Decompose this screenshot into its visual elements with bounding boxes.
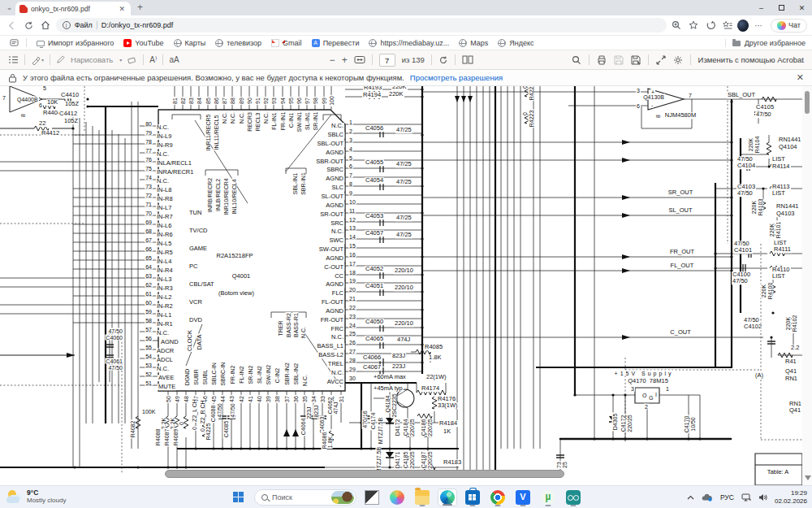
- schematic-label: 80: [145, 121, 153, 127]
- taskbar-search-box[interactable]: Поиск: [254, 489, 356, 506]
- hidden-icons-chevron[interactable]: [687, 495, 694, 500]
- schematic-label: G: [648, 395, 654, 401]
- save-as-icon[interactable]: [631, 55, 641, 65]
- schematic-label: TREL: [327, 361, 344, 367]
- file-explorer-button[interactable]: [412, 488, 432, 506]
- schematic-label: IN-L7: [156, 205, 172, 211]
- page-info-icon[interactable]: i: [63, 21, 71, 29]
- bookmark-item[interactable]: AПеревести: [307, 39, 365, 47]
- tab-search-chevron-icon[interactable]: ⌄: [3, 2, 15, 14]
- bookmark-item[interactable]: телевизор: [210, 39, 266, 47]
- schematic-label: N.C.: [302, 374, 308, 387]
- volume-icon[interactable]: [758, 493, 767, 501]
- schematic-label: R4184: [438, 420, 458, 427]
- bookmark-item[interactable]: Яндекс: [493, 39, 538, 47]
- schematic-label: ADCR: [156, 348, 175, 354]
- copilot-chat-button[interactable]: Чат: [771, 19, 807, 33]
- store-button[interactable]: [463, 488, 482, 506]
- bookmark-item[interactable]: Gmail: [266, 39, 307, 47]
- horizontal-scrollbar-thumb[interactable]: [165, 470, 564, 478]
- bookmark-label: Карты: [185, 39, 206, 47]
- collections-icon[interactable]: [703, 18, 717, 33]
- eraser-icon[interactable]: [127, 56, 137, 64]
- utorrent-button[interactable]: µ: [538, 488, 558, 506]
- page-view-icon[interactable]: [462, 55, 473, 64]
- tab-close-icon[interactable]: ✕: [117, 5, 127, 13]
- other-favorites[interactable]: Другое избранное: [725, 39, 806, 47]
- zoom-out-icon[interactable]: −: [330, 54, 335, 66]
- schematic-label: INLA/RECL1: [156, 160, 192, 167]
- schematic-label: 1: [348, 119, 353, 125]
- bookmarks-bar: Импорт избранногоYouTubeКартытелевизорGm…: [0, 36, 812, 50]
- schematic-label: FL-IN2: [239, 365, 244, 384]
- new-tab-button[interactable]: +: [137, 2, 143, 13]
- search-document-icon[interactable]: [572, 55, 581, 65]
- bookmark-item[interactable]: https://mediabay.uz...: [364, 39, 454, 47]
- network-icon[interactable]: [741, 493, 751, 501]
- schematic-label: LIST: [771, 156, 786, 163]
- onedrive-cloud-icon[interactable]: [702, 493, 713, 501]
- draw-caret-icon[interactable]: ▾: [119, 57, 122, 63]
- schematic-label: C4105: [755, 104, 775, 111]
- notice-close-icon[interactable]: ✕: [797, 72, 804, 83]
- bookmark-label: телевизор: [227, 39, 261, 47]
- permissions-notice-bar: У этого файла есть ограниченные разрешен…: [0, 70, 812, 86]
- profile-avatar[interactable]: [737, 20, 749, 32]
- print-icon[interactable]: [597, 55, 607, 65]
- task-view-button[interactable]: [362, 488, 382, 506]
- translate-pdf-icon[interactable]: aA: [169, 55, 179, 64]
- schematic-label: R4111: [773, 246, 792, 253]
- settings-gear-icon[interactable]: [673, 55, 683, 65]
- toc-icon[interactable]: [8, 55, 19, 64]
- v-app-button[interactable]: V: [513, 488, 533, 506]
- bookmark-item[interactable]: Maps: [454, 39, 493, 47]
- language-indicator[interactable]: РУС: [720, 493, 734, 501]
- taskbar-clock[interactable]: 19:29 02.02.2026: [775, 489, 807, 506]
- close-button[interactable]: ✕: [792, 0, 812, 15]
- rotate-icon[interactable]: [438, 55, 448, 65]
- browser-tab[interactable]: onkyo_tx-nr609.pdf ✕: [15, 2, 131, 15]
- edge-button[interactable]: [438, 488, 457, 506]
- schematic-label: C4085: [223, 420, 229, 439]
- view-permissions-link[interactable]: Просмотреть разрешения: [410, 73, 503, 82]
- back-icon[interactable]: [5, 18, 19, 33]
- schematic-label: 47/25: [395, 127, 412, 133]
- zoom-in-icon[interactable]: +: [342, 54, 348, 66]
- weather-temp: 9°C: [27, 488, 66, 497]
- scroll-down-arrow[interactable]: [805, 475, 811, 480]
- copilot-button[interactable]: [387, 488, 407, 506]
- favorites-bar-icon[interactable]: [720, 18, 734, 33]
- edit-with-acrobat-button[interactable]: Изменить с помощью Acrobat: [698, 55, 804, 64]
- vertical-scrollbar[interactable]: [802, 86, 812, 485]
- weather-widget[interactable]: 9°C Mostly cloudy: [6, 488, 66, 504]
- fit-width-icon[interactable]: [354, 55, 365, 64]
- schematic-label: IN-L1: [156, 312, 172, 319]
- read-aloud-icon[interactable]: A⁾: [149, 55, 157, 64]
- zoom-search-icon[interactable]: [670, 18, 684, 33]
- start-button[interactable]: [229, 488, 248, 506]
- menu-dots-icon[interactable]: ⋯: [752, 18, 766, 33]
- bookmark-item[interactable]: Карты: [169, 39, 211, 47]
- schematic-label: 82: [180, 97, 186, 105]
- draw-pen-icon[interactable]: [56, 55, 65, 64]
- maximize-button[interactable]: [771, 0, 792, 15]
- page-number-input[interactable]: 7: [379, 54, 395, 67]
- fullscreen-icon[interactable]: [656, 55, 666, 65]
- address-bar[interactable]: i Файл D:/onkyo_tx-nr609.pdf: [56, 18, 667, 33]
- schematic-label: 48: [184, 395, 189, 403]
- favorite-star-icon[interactable]: [687, 18, 701, 33]
- home-icon[interactable]: [39, 18, 53, 33]
- media-app-button[interactable]: [564, 488, 583, 506]
- highlighter-icon[interactable]: ▾: [31, 55, 44, 65]
- schematic-label: R2A15218FP: [215, 253, 253, 259]
- bookmark-item[interactable]: Импорт избранного: [32, 39, 119, 47]
- draw-label[interactable]: Нарисовать: [71, 55, 113, 64]
- schematic-label: 8: [20, 113, 26, 118]
- chrome-button[interactable]: [488, 488, 508, 506]
- vertical-scrollbar-thumb[interactable]: [805, 91, 810, 114]
- save-icon[interactable]: [614, 55, 624, 65]
- minimize-button[interactable]: –: [751, 0, 771, 15]
- reading-list-icon[interactable]: [6, 36, 21, 50]
- bookmark-item[interactable]: YouTube: [119, 39, 168, 47]
- refresh-icon[interactable]: [22, 18, 36, 33]
